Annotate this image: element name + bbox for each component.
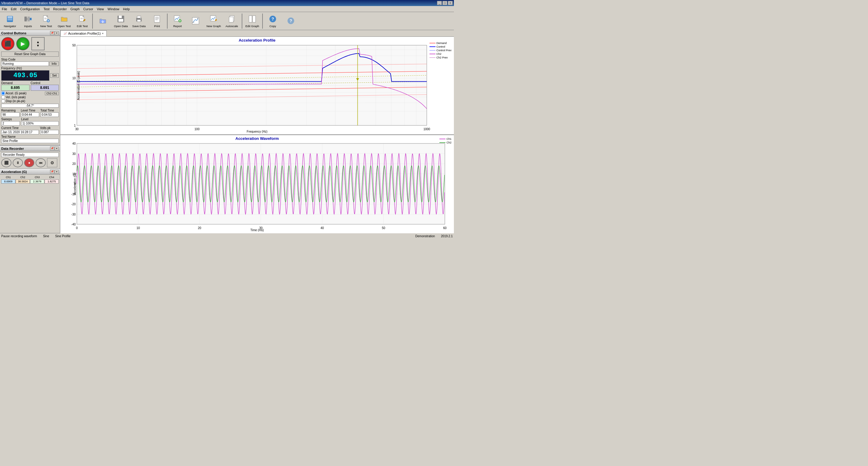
status-sine: Sine bbox=[43, 235, 49, 238]
dr-panel-controls[interactable]: 📌 × bbox=[50, 147, 59, 150]
navigator-icon bbox=[5, 14, 15, 24]
sep1 bbox=[92, 13, 93, 29]
report-button[interactable]: Print bbox=[148, 13, 166, 29]
tile-vertical-icon bbox=[247, 14, 257, 24]
level-time-label: Level Time bbox=[21, 109, 39, 112]
open-data-button[interactable] bbox=[94, 13, 112, 29]
panel-close-btn[interactable]: × bbox=[55, 31, 59, 35]
sweeps-block: Sweeps bbox=[1, 118, 20, 126]
legend-demand-color bbox=[430, 43, 435, 43]
menu-recorder[interactable]: Recorder bbox=[51, 7, 68, 11]
menu-view[interactable]: View bbox=[95, 7, 106, 11]
menu-help[interactable]: Help bbox=[121, 7, 132, 11]
demand-block: Demand 8.695 bbox=[1, 82, 30, 91]
ag-pin-btn[interactable]: 📌 bbox=[50, 170, 54, 174]
ag-close-btn[interactable]: × bbox=[55, 170, 59, 174]
graph-bottom-title: Acceleration Waveform bbox=[236, 136, 279, 141]
menu-graph[interactable]: Graph bbox=[69, 7, 82, 11]
help-index-button[interactable]: ? Copy bbox=[264, 13, 281, 29]
recorder-rewind-btn[interactable]: ⏮ bbox=[36, 158, 46, 167]
menu-cursor[interactable]: Cursor bbox=[82, 7, 95, 11]
minimize-btn[interactable]: _ bbox=[437, 1, 442, 5]
ch3-value: 2.3678 bbox=[30, 179, 44, 184]
window-controls[interactable]: _ □ × bbox=[437, 1, 453, 5]
ag-panel-controls[interactable]: 📌 × bbox=[50, 170, 59, 174]
menu-test[interactable]: Test bbox=[41, 7, 51, 11]
autoscale-icon bbox=[191, 16, 200, 26]
radio-disp[interactable] bbox=[1, 99, 5, 103]
stop-button[interactable]: ⬛ bbox=[1, 37, 14, 50]
edit-graph-button[interactable]: New Graph bbox=[205, 13, 222, 29]
navigator-button[interactable]: Navigator bbox=[1, 13, 19, 29]
tab-accel-profile[interactable]: 📈 Acceleration Profile(1) × bbox=[60, 30, 107, 36]
new-graph-button[interactable]: Report bbox=[169, 13, 186, 29]
recorder-pause-btn[interactable]: ⏸ bbox=[13, 158, 23, 167]
run-button[interactable]: ▶ bbox=[16, 37, 30, 50]
radio-accel[interactable] bbox=[1, 91, 5, 95]
context-button[interactable]: ? bbox=[282, 13, 300, 29]
new-test-button[interactable]: New Test bbox=[37, 13, 55, 29]
sep3 bbox=[242, 13, 242, 29]
level-button[interactable]: ▲▼ bbox=[31, 37, 44, 50]
frequency-label: Frequency (Hz) bbox=[1, 67, 59, 70]
graph-bottom-canvas[interactable] bbox=[60, 135, 454, 233]
inputs-button[interactable]: Inputs bbox=[19, 13, 37, 29]
set-button[interactable]: Set bbox=[50, 73, 59, 78]
menu-file[interactable]: File bbox=[0, 7, 9, 11]
dr-pin-btn[interactable]: 📌 bbox=[50, 147, 54, 150]
recorder-settings-btn[interactable]: ⚙ bbox=[47, 158, 57, 167]
save-data-button[interactable]: Open Data bbox=[112, 13, 130, 29]
menu-window[interactable]: Window bbox=[106, 7, 121, 11]
stop-code-input[interactable] bbox=[1, 61, 49, 66]
volts-pk-input bbox=[40, 130, 59, 134]
sep4 bbox=[262, 13, 263, 29]
panel-pin-btn[interactable]: 📌 bbox=[50, 31, 54, 35]
recorder-record-icon: ● bbox=[28, 161, 30, 165]
tile-vertical-label: Edit Graph bbox=[245, 24, 259, 28]
graph-top-canvas[interactable] bbox=[60, 37, 454, 134]
level-time-block: Level Time bbox=[21, 109, 39, 117]
frequency-display: 493.05 bbox=[1, 70, 50, 81]
ch2ch1-value: -54.7° bbox=[1, 104, 59, 107]
radio-vel[interactable] bbox=[1, 95, 5, 99]
dr-close-btn[interactable]: × bbox=[55, 147, 59, 150]
ch2-value: 38.5824 bbox=[16, 179, 30, 184]
reset-button[interactable]: Reset Sine Graph Data bbox=[1, 52, 59, 57]
run-icon: ▶ bbox=[21, 40, 25, 47]
svg-rect-3 bbox=[7, 19, 12, 19]
copy-button[interactable]: Autoscale bbox=[223, 13, 241, 29]
new-test-label: New Test bbox=[40, 24, 52, 28]
edit-test-button[interactable]: Edit Test bbox=[73, 13, 91, 29]
recorder-stop-btn[interactable]: ⬛ bbox=[1, 158, 11, 167]
maximize-btn[interactable]: □ bbox=[442, 1, 447, 5]
acceleration-g-header: Acceleration (G) 📌 × bbox=[0, 169, 60, 175]
tile-vertical-button[interactable]: Edit Graph bbox=[244, 13, 261, 29]
svg-rect-23 bbox=[119, 19, 123, 22]
total-time-input bbox=[40, 113, 59, 117]
tab-close-btn[interactable]: × bbox=[102, 32, 103, 35]
ch1-value: 8.6909 bbox=[1, 179, 16, 184]
inputs-icon bbox=[23, 14, 33, 24]
svg-rect-6 bbox=[27, 17, 30, 22]
svg-text:?: ? bbox=[290, 19, 292, 23]
data-recorder-title: Data Recorder bbox=[1, 147, 24, 150]
panel-header-controls[interactable]: 📌 × bbox=[50, 31, 59, 35]
status-version: 2019.2.1 bbox=[441, 235, 453, 238]
info-button[interactable]: Info bbox=[50, 61, 59, 66]
stop-code-group: Info bbox=[1, 61, 59, 66]
print-button[interactable]: Save Data bbox=[130, 13, 148, 29]
remaining-label: Remaining bbox=[1, 109, 20, 112]
close-btn[interactable]: × bbox=[448, 1, 453, 5]
autoscale-button[interactable] bbox=[187, 13, 204, 29]
open-test-button[interactable]: Open Test bbox=[56, 13, 73, 29]
recorder-record-btn[interactable]: ● bbox=[24, 158, 34, 167]
status-pause: Pause recording waveform bbox=[1, 235, 37, 238]
level-input bbox=[21, 121, 59, 126]
svg-rect-27 bbox=[141, 19, 141, 19]
edit-test-label: Edit Test bbox=[77, 24, 88, 28]
menu-edit[interactable]: Edit bbox=[9, 7, 19, 11]
graph-bottom-legend: Ch1 Ch2 bbox=[439, 137, 452, 144]
svg-rect-18 bbox=[83, 16, 84, 17]
sep2 bbox=[167, 13, 167, 29]
menu-configuration[interactable]: Configuration bbox=[19, 7, 41, 11]
